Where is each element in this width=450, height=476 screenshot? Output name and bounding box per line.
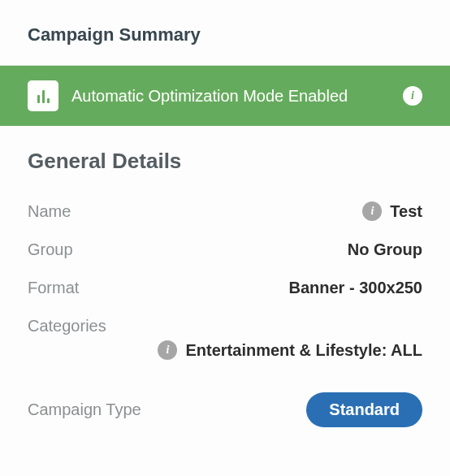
info-icon[interactable]: i (158, 340, 177, 360)
format-row: Format Banner - 300x250 (28, 269, 422, 307)
info-icon[interactable]: i (403, 86, 422, 106)
format-value: Banner - 300x250 (288, 279, 422, 297)
name-label: Name (28, 202, 71, 221)
name-value: i Test (362, 201, 422, 221)
campaign-type-row: Campaign Type Standard (28, 370, 422, 435)
banner-message: Automatic Optimization Mode Enabled (71, 87, 392, 106)
group-row: Group No Group (28, 231, 422, 269)
group-value: No Group (348, 240, 422, 259)
format-text: Banner - 300x250 (288, 279, 422, 297)
name-text: Test (390, 202, 422, 221)
group-label: Group (28, 240, 73, 259)
format-label: Format (28, 279, 79, 297)
categories-value: i Entertainment & Lifestyle: ALL (28, 340, 422, 370)
name-row: Name i Test (28, 192, 422, 231)
categories-label: Categories (28, 317, 106, 335)
general-details-section: General Details Name i Test Group No Gro… (0, 126, 450, 435)
campaign-type-badge: Standard (306, 392, 422, 427)
categories-row: Categories (28, 307, 422, 340)
bar-chart-icon (28, 80, 58, 111)
page-title: Campaign Summary (0, 0, 450, 65)
section-title: General Details (28, 149, 422, 174)
categories-text: Entertainment & Lifestyle: ALL (185, 341, 422, 360)
optimization-banner: Automatic Optimization Mode Enabled i (0, 65, 450, 126)
group-text: No Group (348, 240, 422, 259)
campaign-type-label: Campaign Type (28, 400, 141, 419)
info-icon[interactable]: i (362, 201, 382, 221)
